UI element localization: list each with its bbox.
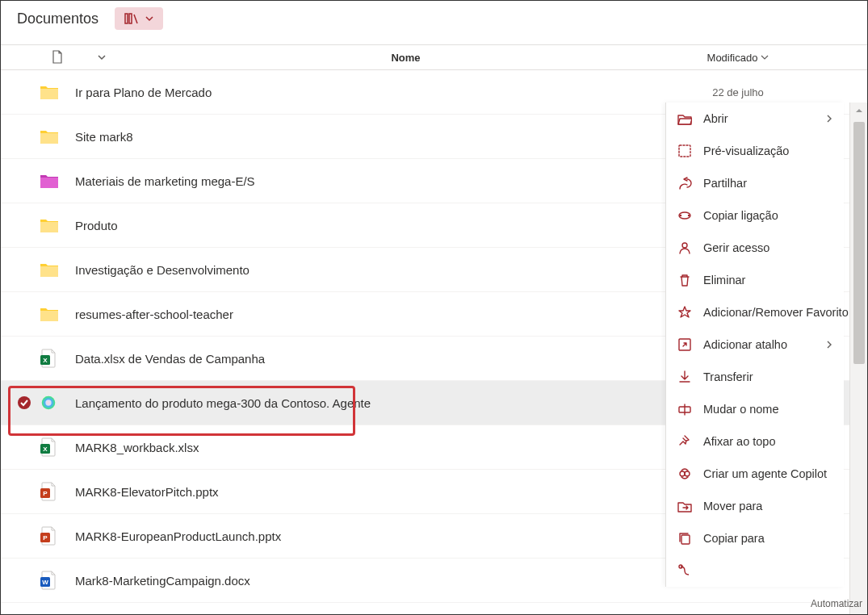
file-name[interactable]: Mark8-MarketingCampaign.docx: [69, 574, 690, 588]
context-menu-pin[interactable]: Afixar ao topo: [666, 425, 844, 458]
file-type-icon: P: [40, 482, 69, 501]
context-menu-access[interactable]: Gerir acesso: [666, 232, 844, 264]
context-menu-label: Copiar ligação: [703, 209, 778, 222]
file-type-icon: P: [40, 526, 69, 546]
context-menu-shortcut[interactable]: Adicionar atalho: [666, 328, 844, 361]
file-name[interactable]: MARK8_workback.xlsx: [69, 441, 690, 454]
column-modified-header[interactable]: Modificado: [657, 52, 819, 64]
file-name[interactable]: MARK8-EuropeanProductLaunch.pptx: [69, 529, 690, 543]
library-icon: [124, 12, 139, 25]
file-type-icon: [40, 261, 69, 278]
file-type-icon: [40, 217, 69, 233]
file-name[interactable]: Lançamento do produto mega-300 da Contos…: [69, 396, 665, 410]
context-menu-moveto[interactable]: Mover para: [666, 490, 844, 522]
context-menu-label: Adicionar/Remover Favorito: [703, 306, 849, 319]
svg-rect-26: [681, 535, 690, 544]
file-type-icon: X: [40, 349, 69, 368]
preview-icon: [677, 144, 692, 158]
column-headers: Nome Modificado: [1, 44, 867, 70]
svg-point-7: [45, 400, 51, 405]
open-icon: [677, 111, 692, 126]
file-name[interactable]: Site mark8: [69, 130, 690, 144]
chevron-down-icon: [761, 54, 769, 61]
context-menu-preview[interactable]: Pré-visualização: [666, 135, 844, 167]
svg-line-2: [134, 15, 137, 23]
row-checkbox[interactable]: [17, 395, 40, 410]
view-switcher-button[interactable]: [115, 7, 163, 30]
scrollbar[interactable]: [849, 102, 867, 614]
file-name[interactable]: Produto: [69, 219, 690, 232]
context-menu-download[interactable]: Transferir: [666, 361, 844, 393]
context-menu-label: Gerir acesso: [703, 241, 769, 254]
context-menu-label: Pré-visualização: [703, 144, 789, 157]
context-menu-label: Afixar ao topo: [703, 435, 775, 448]
file-name[interactable]: Investigação e Desenvolvimento: [69, 263, 690, 277]
svg-rect-16: [679, 145, 690, 157]
copyto-icon: [677, 531, 692, 546]
context-menu-delete[interactable]: Eliminar: [666, 264, 844, 296]
rename-icon: [677, 402, 692, 416]
file-name[interactable]: Data.xlsx de Vendas de Campanha: [69, 352, 690, 366]
svg-point-24: [680, 471, 685, 476]
svg-rect-0: [125, 14, 128, 23]
context-menu-rename[interactable]: Mudar o nome: [666, 393, 844, 425]
flow-icon: [677, 563, 692, 578]
context-menu-label: Transferir: [703, 370, 753, 383]
svg-text:P: P: [43, 490, 48, 497]
file-type-icon: W: [40, 571, 69, 590]
svg-rect-1: [129, 14, 132, 23]
favorite-icon: [677, 305, 692, 320]
access-icon: [677, 241, 692, 255]
shortcut-icon: [677, 337, 692, 352]
scroll-up-icon[interactable]: [853, 105, 865, 116]
file-type-icon: [40, 128, 69, 144]
context-menu-label: Partilhar: [703, 177, 747, 190]
svg-point-20: [682, 243, 687, 248]
svg-point-5: [18, 396, 31, 409]
svg-point-18: [680, 215, 681, 216]
file-type-icon: X: [40, 437, 69, 457]
pin-icon: [677, 434, 692, 449]
automate-label[interactable]: Automatizar: [811, 598, 862, 609]
context-menu-copilot[interactable]: Criar um agente Copilot: [666, 458, 844, 490]
column-sort[interactable]: [82, 54, 122, 61]
share-icon: [677, 176, 692, 190]
context-menu-label: Mudar o nome: [703, 403, 779, 416]
context-menu-label: Eliminar: [703, 274, 745, 287]
context-menu-label: Mover para: [703, 500, 762, 512]
column-file-icon[interactable]: [33, 50, 82, 65]
context-menu-label: Adicionar atalho: [703, 338, 787, 351]
file-name[interactable]: Materiais de marketing mega-E/S: [69, 174, 690, 188]
file-name[interactable]: resumes-after-school-teacher: [69, 308, 690, 321]
chevron-right-icon: [826, 341, 832, 349]
svg-text:X: X: [43, 357, 48, 364]
download-icon: [677, 370, 692, 384]
context-menu-label: Abrir: [703, 112, 728, 125]
chevron-right-icon: [826, 115, 832, 123]
context-menu-more[interactable]: [666, 554, 844, 587]
chevron-down-icon: [145, 15, 153, 22]
file-type-icon: [40, 306, 69, 322]
page-title: Documentos: [17, 10, 99, 27]
link-icon: [677, 208, 692, 223]
copilot-icon: [677, 466, 692, 481]
file-name[interactable]: MARK8-ElevatorPitch.pptx: [69, 485, 690, 499]
svg-point-25: [685, 471, 690, 476]
svg-text:X: X: [43, 446, 48, 453]
context-menu-favorite[interactable]: Adicionar/Remover Favorito: [666, 296, 844, 328]
scrollbar-thumb[interactable]: [853, 122, 865, 364]
column-name-header[interactable]: Nome: [122, 52, 690, 64]
file-name[interactable]: Ir para Plano de Mercado: [69, 86, 690, 99]
context-menu-copyto[interactable]: Copiar para: [666, 522, 844, 554]
context-menu: Abrir Pré-visualização Partilhar Copiar …: [665, 102, 844, 587]
context-menu-share[interactable]: Partilhar: [666, 167, 844, 199]
context-menu-label: Copiar para: [703, 532, 765, 545]
svg-point-19: [688, 215, 690, 216]
svg-text:W: W: [42, 579, 48, 586]
moveto-icon: [677, 499, 692, 513]
context-menu-link[interactable]: Copiar ligação: [666, 199, 844, 232]
modified-date: 22 de julho: [657, 86, 819, 98]
file-type-icon: [40, 393, 69, 412]
svg-text:P: P: [43, 534, 48, 542]
context-menu-open[interactable]: Abrir: [666, 102, 844, 135]
